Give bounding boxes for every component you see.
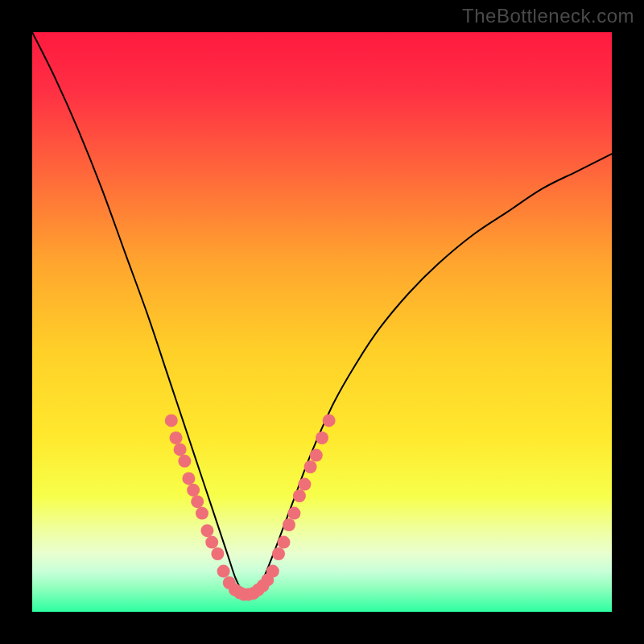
chart-svg	[32, 32, 612, 612]
data-marker	[170, 431, 183, 444]
data-marker	[217, 565, 230, 578]
data-marker	[323, 414, 336, 427]
data-marker	[174, 443, 187, 456]
data-marker	[211, 547, 224, 560]
data-marker	[187, 484, 200, 497]
data-marker	[283, 518, 295, 531]
data-marker	[191, 495, 204, 508]
data-marker	[266, 565, 279, 578]
data-marker	[310, 449, 323, 462]
data-marker	[298, 478, 311, 491]
data-marker	[178, 455, 191, 468]
data-marker	[182, 472, 195, 485]
chart-container: TheBottleneck.com	[0, 0, 644, 644]
data-marker	[304, 460, 317, 473]
gradient-background	[32, 32, 612, 612]
data-marker	[200, 524, 213, 537]
data-marker	[165, 414, 178, 427]
data-marker	[205, 536, 218, 549]
data-marker	[277, 536, 290, 549]
data-marker	[196, 507, 208, 520]
data-marker	[293, 489, 306, 502]
plot-area	[32, 32, 612, 612]
data-marker	[287, 507, 300, 520]
data-marker	[316, 431, 328, 444]
data-marker	[272, 547, 285, 560]
watermark-text: TheBottleneck.com	[462, 5, 634, 27]
